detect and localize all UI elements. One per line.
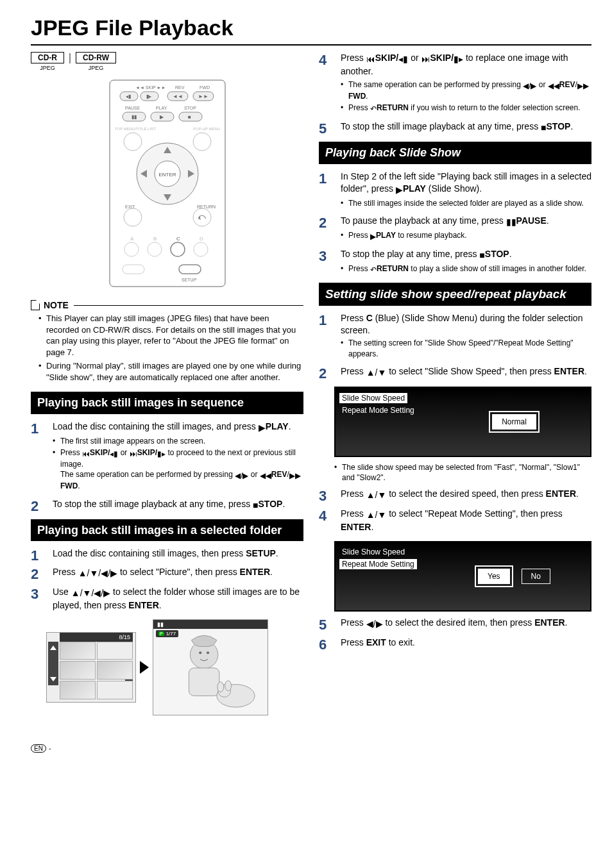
svg-text:C: C	[176, 236, 180, 242]
rev-icon: ◀◀	[548, 81, 559, 91]
step-d5: Press ◀/▶ to select the desired item, th…	[319, 617, 591, 630]
section-d-title: Setting slide show speed/repeat playback	[319, 283, 591, 306]
section-c-title: Playing back Slide Show	[319, 142, 591, 164]
svg-text:◄◄ SKIP ►►: ◄◄ SKIP ►►	[135, 85, 166, 90]
right-step-icon: ▮▸	[157, 449, 166, 459]
svg-text:A: A	[130, 236, 134, 242]
thumb-panel: 8/15	[46, 632, 136, 703]
updownleftright-icon: ▲/▼/◀/▶	[71, 587, 110, 599]
step-r5: To stop the still image playback at any …	[319, 121, 591, 134]
detail-counter: 1/77	[166, 631, 176, 637]
svg-point-44	[194, 242, 208, 256]
updown-icon: ▲/▼	[366, 489, 387, 501]
footer-en: EN	[31, 744, 46, 753]
svg-point-34	[124, 208, 142, 226]
step-c2: To pause the playback at any time, press…	[319, 215, 591, 242]
svg-rect-46	[179, 265, 201, 274]
title-rule	[31, 44, 591, 46]
svg-text:B: B	[153, 236, 157, 242]
play-icon: ▶	[370, 231, 376, 242]
svg-point-50	[207, 651, 209, 654]
svg-point-42	[148, 242, 162, 256]
svg-point-49	[199, 651, 201, 654]
menu1-option-normal: Normal	[492, 414, 536, 430]
page-title: JPEG File Playback	[31, 15, 591, 40]
left-right-icon: ◀/▶	[235, 471, 248, 481]
stop-icon: ■	[479, 249, 484, 262]
disc-badges: CD-R JPEG CD-RW JPEG	[31, 52, 303, 71]
svg-text:D: D	[200, 236, 203, 242]
svg-text:SETUP: SETUP	[182, 278, 197, 282]
svg-rect-51	[189, 668, 219, 696]
footer-dash: -	[49, 744, 51, 752]
svg-text:PAUSE: PAUSE	[125, 106, 140, 110]
badge-cdr-label: CD-R	[31, 52, 64, 63]
svg-text:FWD: FWD	[200, 85, 210, 90]
slide-speed-menu: Slide Show Speed Repeat Mode Setting Nor…	[334, 387, 591, 457]
svg-point-41	[124, 242, 139, 256]
stop-icon: ■	[541, 122, 546, 134]
section-a-title: Playing back still images in sequence	[31, 392, 303, 414]
step-c1-sub1: The still images inside the selected fol…	[341, 198, 591, 208]
svg-text:►►: ►►	[198, 94, 208, 99]
svg-rect-45	[123, 265, 144, 274]
svg-point-24	[193, 133, 211, 151]
rev-icon: ◀◀	[260, 471, 271, 481]
play-icon: ▶	[259, 422, 266, 434]
menu1-left2: Repeat Mode Setting	[342, 406, 432, 415]
skip-prev-icon: ⏮	[82, 449, 90, 459]
left-right-icon: ◀/▶	[366, 618, 383, 630]
return-icon: ↶	[370, 265, 377, 275]
remote-illustration: ◄◄ SKIP ►► REV FWD ◂▮ ▮▸ ◄◄ ►► PAUSE PLA…	[103, 78, 232, 291]
step-d2-sub: The slide show speed may be selected fro…	[334, 462, 591, 483]
svg-point-35	[193, 208, 211, 226]
menu2-left2: Repeat Mode Setting	[339, 559, 417, 569]
badge-cdrw-sub: JPEG	[76, 65, 116, 71]
section-d-steps-cont: Press ▲/▼ to select the desired speed, t…	[319, 488, 591, 533]
svg-text:REV: REV	[175, 85, 185, 90]
badge-cdr-sub: JPEG	[31, 65, 64, 71]
svg-text:▶: ▶	[160, 114, 164, 120]
note-icon	[31, 300, 40, 310]
step-c3-sub1: Press ↶ RETURN to play a slide show of s…	[341, 263, 591, 275]
menu2-option-yes: Yes	[478, 569, 510, 584]
section-d-steps: Press C (Blue) (Slide Show Menu) during …	[319, 312, 591, 379]
skip-prev-icon: ⏮	[366, 53, 375, 65]
svg-text:▮▸: ▮▸	[146, 94, 151, 99]
thumb-counter: 8/15	[60, 633, 133, 642]
menu1-left1: Slide Show Speed	[339, 393, 407, 403]
note-item: During "Normal play", still images are p…	[38, 360, 303, 383]
section-d-steps-end: Press ◀/▶ to select the desired item, th…	[319, 617, 591, 649]
step-r4-sub2: Press ↶ RETURN if you wish to return to …	[341, 103, 591, 114]
right-top-steps: Press ⏮ SKIP/◂▮ or ⏭ SKIP/▮▸ to replace …	[319, 52, 591, 134]
svg-point-23	[124, 133, 142, 151]
step-d4: Press ▲/▼ to select "Repeat Mode Setting…	[319, 508, 591, 533]
note-item: This Player can play still images (JPEG …	[38, 313, 303, 358]
updownleftright-icon: ▲/▼/◀/▶	[78, 567, 117, 580]
left-step-icon: ◂▮	[110, 449, 118, 459]
badge-cdr: CD-R JPEG	[31, 52, 64, 71]
updown-icon: ▲/▼	[366, 509, 387, 521]
section-b-steps: Load the disc containing still images, t…	[31, 547, 303, 612]
section-a-steps: Load the disc containing the still image…	[31, 421, 303, 512]
step-d2: Press ▲/▼ to select "Slide Show Speed", …	[319, 365, 591, 379]
step-d3: Press ▲/▼ to select the desired speed, t…	[319, 488, 591, 501]
badge-cdrw-label: CD-RW	[76, 52, 116, 63]
step-b3: Use ▲/▼/◀/▶ to select the folder whose s…	[31, 586, 303, 612]
step-d6: Press EXIT to exit.	[319, 637, 591, 649]
step-c3: To stop the play at any time, press ■ ST…	[319, 248, 591, 275]
fwd-icon: ▶▶	[577, 81, 589, 91]
left-step-icon: ◂▮	[398, 53, 408, 65]
updown-icon: ▲/▼	[366, 367, 387, 379]
step-d1: Press C (Blue) (Slide Show Menu) during …	[319, 312, 591, 359]
detail-panel: ▮▮ P 1/77	[153, 619, 268, 715]
picture-badge-icon: P	[158, 631, 164, 636]
step-a2: To stop the still image playback at any …	[31, 498, 303, 512]
right-step-icon: ▮▸	[454, 53, 463, 65]
play-icon: ▶	[396, 184, 403, 196]
section-c-steps: In Step 2 of the left side "Playing back…	[319, 171, 591, 275]
step-b1: Load the disc containing still images, t…	[31, 547, 303, 560]
left-right-icon: ◀/▶	[523, 81, 536, 91]
step-d1-sub1: The setting screen for "Slide Show Speed…	[341, 338, 591, 358]
svg-text:ENTER: ENTER	[158, 172, 176, 178]
